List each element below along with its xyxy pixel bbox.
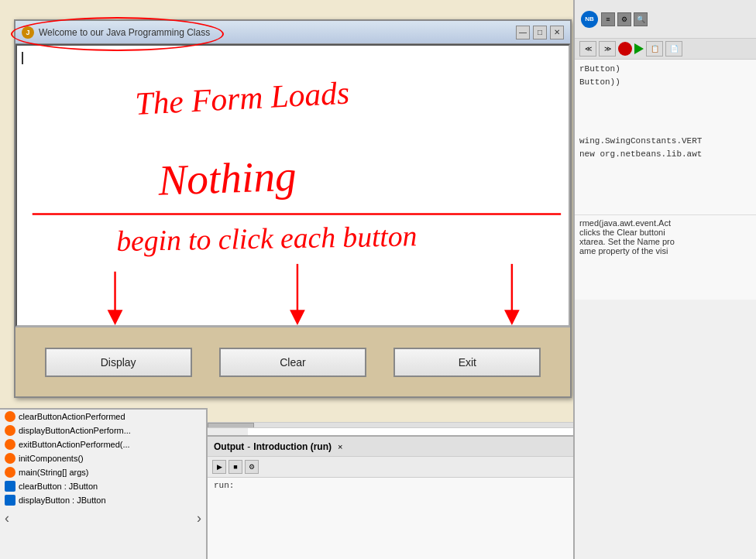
ide-icons-row: ≡ ⚙ 🔍 <box>601 12 648 26</box>
svg-text:The Form Loads: The Form Loads <box>134 75 350 122</box>
comment-line-1: rmed(java.awt.event.Act <box>579 218 751 228</box>
red-circle-icon <box>618 42 632 56</box>
minimize-button[interactable]: — <box>516 26 530 39</box>
restore-button[interactable]: □ <box>533 26 547 39</box>
field-icon <box>5 481 15 492</box>
svg-marker-5 <box>108 310 123 325</box>
window-controls: — □ ✕ <box>516 26 564 39</box>
code-line-2: Button)) <box>579 76 751 89</box>
ide-code-area: rButton) Button)) wing.SwingConstants.VE… <box>575 60 756 214</box>
output-settings-btn[interactable]: ⚙ <box>245 460 259 474</box>
output-close-button[interactable]: × <box>338 442 342 451</box>
method-icon <box>5 439 15 450</box>
output-stop-btn[interactable]: ■ <box>229 460 242 474</box>
svg-marker-7 <box>290 310 305 325</box>
svg-marker-9 <box>504 310 520 325</box>
method-icon <box>5 411 15 422</box>
nav-item-clear-button[interactable]: clearButton : JButton <box>0 479 206 493</box>
comment-line-4: ame property of the visi <box>579 246 751 255</box>
output-subtitle: Introduction (run) <box>253 441 332 452</box>
java-title-bar: J Welcome to our Java Programming Class … <box>15 21 570 44</box>
netbeans-icon: NB <box>581 11 598 28</box>
output-content: run: <box>208 478 573 493</box>
left-panel: J Welcome to our Java Programming Class … <box>0 0 573 559</box>
window-title: Welcome to our Java Programming Class <box>39 27 210 38</box>
nav-scroll-left[interactable]: ‹ <box>5 510 9 526</box>
code-spacer <box>579 88 751 135</box>
method-icon <box>5 453 15 464</box>
annotations-svg: The Form Loads Nothing begin to click ea… <box>17 46 569 325</box>
nav-scroll-right[interactable]: › <box>197 510 201 526</box>
button-panel: Display Clear Exit <box>15 327 570 396</box>
java-window: J Welcome to our Java Programming Class … <box>14 19 572 398</box>
code-line-4: new org.netbeans.lib.awt <box>579 148 751 161</box>
output-toolbar: ▶ ■ ⚙ <box>208 457 573 478</box>
method-icon <box>5 467 15 478</box>
nav-item-main[interactable]: main(String[] args) <box>0 465 206 479</box>
display-button[interactable]: Display <box>45 348 192 377</box>
field-icon <box>5 495 15 506</box>
comment-line-2: clicks the Clear buttoni <box>579 228 751 237</box>
method-icon <box>5 425 15 436</box>
ide-btn2[interactable]: ⚙ <box>617 12 631 26</box>
output-play-btn[interactable]: ▶ <box>212 460 226 474</box>
ide-tool-btn2[interactable]: ≫ <box>599 41 616 57</box>
navigator-items: clearButtonActionPerformed displayButton… <box>0 410 206 526</box>
output-panel: Output - Introduction (run) × ▶ ■ ⚙ run: <box>208 435 573 559</box>
screen: J Welcome to our Java Programming Class … <box>0 0 756 559</box>
ide-tool-btn[interactable]: ≪ <box>579 41 596 57</box>
java-app-icon: J <box>22 26 34 39</box>
output-header: Output - Introduction (run) × <box>208 437 573 457</box>
ide-tool-btn4[interactable]: 📄 <box>665 41 682 57</box>
nav-item-clear-action[interactable]: clearButtonActionPerformed <box>0 410 206 424</box>
ide-comment-area: rmed(java.awt.event.Act clicks the Clear… <box>575 214 756 300</box>
code-line-3: wing.SwingConstants.VERT <box>579 135 751 148</box>
close-button[interactable]: ✕ <box>550 26 564 39</box>
svg-text:begin to click each button: begin to click each button <box>116 220 418 257</box>
svg-text:Nothing: Nothing <box>156 153 297 204</box>
play-icon[interactable] <box>634 43 644 54</box>
ide-btn1[interactable]: ≡ <box>601 12 615 26</box>
clear-button[interactable]: Clear <box>219 348 366 377</box>
nav-item-display-button[interactable]: displayButton : JButton <box>0 493 206 507</box>
ide-toolbar-row2: ≪ ≫ 📋 📄 <box>575 39 756 60</box>
navigator-panel: clearButtonActionPerformed displayButton… <box>0 408 208 559</box>
nav-item-exit-action[interactable]: exitButtonActionPerformed(... <box>0 437 206 451</box>
output-title: Output <box>214 441 244 452</box>
text-cursor <box>22 52 23 64</box>
ide-tool-btn3[interactable]: 📋 <box>646 41 663 57</box>
nav-item-display-action[interactable]: displayButtonActionPerform... <box>0 424 206 437</box>
comment-line-3: xtarea. Set the Name pro <box>579 237 751 246</box>
exit-button[interactable]: Exit <box>393 348 541 377</box>
right-panel: NB ≡ ⚙ 🔍 ≪ ≫ 📋 📄 rButton) Button)) <box>573 0 756 559</box>
code-line-1: rButton) <box>579 63 751 76</box>
ide-toolbar: NB ≡ ⚙ 🔍 <box>575 0 756 39</box>
nav-item-init[interactable]: initComponents() <box>0 451 206 465</box>
ide-btn3[interactable]: 🔍 <box>634 12 648 26</box>
java-title-left: J Welcome to our Java Programming Class <box>22 26 210 39</box>
java-textarea[interactable]: The Form Loads Nothing begin to click ea… <box>15 44 570 327</box>
